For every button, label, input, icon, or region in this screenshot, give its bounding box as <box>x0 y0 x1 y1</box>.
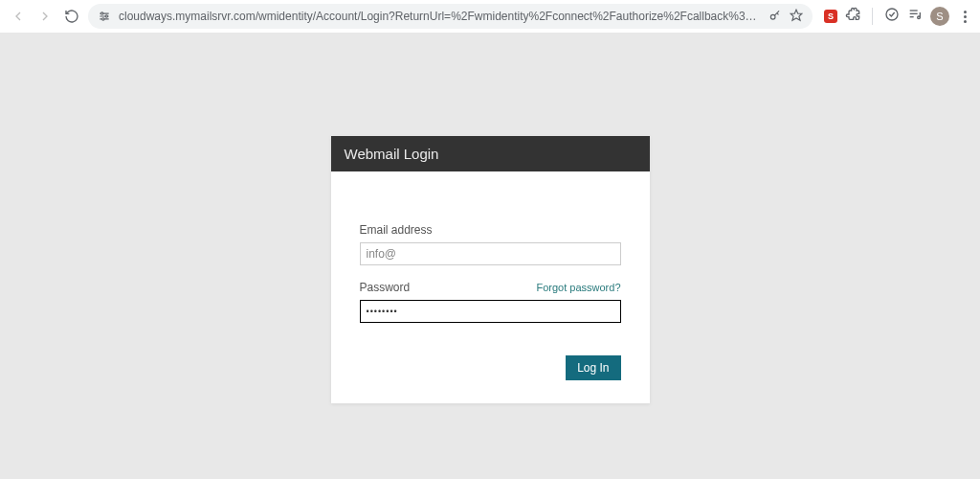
reload-button[interactable] <box>61 6 82 27</box>
extensions-puzzle-icon[interactable] <box>845 7 860 26</box>
login-card: Webmail Login Email address Password For… <box>331 136 650 403</box>
extension-playlist-icon[interactable] <box>907 7 923 26</box>
extensions-area: S S <box>818 7 972 26</box>
svg-point-3 <box>101 12 103 14</box>
svg-point-5 <box>102 18 104 20</box>
extension-circle-icon[interactable] <box>884 7 900 26</box>
page-background: Webmail Login Email address Password For… <box>0 33 980 479</box>
address-bar[interactable]: cloudways.mymailsrvr.com/wmidentity/Acco… <box>88 4 813 29</box>
email-label: Email address <box>360 223 433 237</box>
profile-avatar[interactable]: S <box>930 7 949 26</box>
site-settings-icon[interactable] <box>98 10 111 23</box>
svg-point-8 <box>886 9 898 20</box>
password-field[interactable] <box>360 300 621 323</box>
browser-toolbar: cloudways.mymailsrvr.com/wmidentity/Acco… <box>0 0 980 33</box>
card-title: Webmail Login <box>331 136 650 171</box>
forward-button[interactable] <box>34 6 56 27</box>
svg-point-4 <box>105 15 107 17</box>
bookmark-star-icon[interactable] <box>790 9 803 25</box>
forgot-password-link[interactable]: Forgot password? <box>536 282 620 293</box>
password-label: Password <box>360 281 411 294</box>
toolbar-separator <box>872 8 873 25</box>
email-field[interactable] <box>360 242 621 265</box>
password-key-icon[interactable] <box>768 9 782 25</box>
login-button[interactable]: Log In <box>566 355 620 380</box>
svg-marker-7 <box>791 10 802 20</box>
back-button[interactable] <box>8 6 29 27</box>
chrome-menu-icon[interactable] <box>957 11 972 23</box>
extension-badge-icon[interactable]: S <box>824 10 837 23</box>
url-text: cloudways.mymailsrvr.com/wmidentity/Acco… <box>119 10 761 23</box>
